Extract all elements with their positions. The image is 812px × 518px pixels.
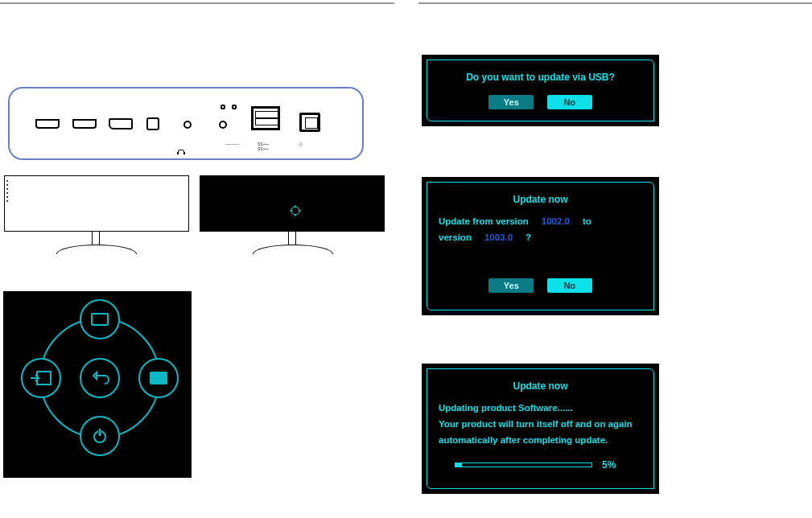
version-to: 1003.0: [484, 232, 513, 242]
headphone-icon: [176, 146, 186, 156]
progress-bar: [455, 462, 592, 467]
monitor-back-diagram: [200, 175, 385, 232]
monitor-side-indicators: ■■■■■■: [6, 179, 8, 203]
monitor-front-stand: [92, 232, 100, 245]
small-port-1-icon: [221, 105, 225, 109]
dialog-title: Update now: [439, 380, 642, 392]
source-input-icon: [31, 371, 52, 385]
no-button[interactable]: No: [547, 95, 592, 109]
monitor-front-diagram: [4, 175, 189, 232]
usb-update-prompt-dialog: Do you want to update via USB? Yes No: [422, 55, 659, 126]
svg-point-2: [291, 207, 299, 215]
jog-left-button: [21, 358, 61, 398]
jog-controller-diagram: [3, 291, 192, 478]
text-fragment: Update from version: [439, 216, 529, 226]
dialog-title: Update now: [439, 194, 642, 205]
jog-right-button: [138, 358, 179, 398]
hdmi-port-2-icon: [72, 119, 97, 129]
yes-button[interactable]: Yes: [488, 95, 534, 109]
pip-icon: [150, 372, 167, 384]
yes-button[interactable]: Yes: [488, 278, 534, 293]
return-icon: [90, 368, 109, 388]
jog-up-button: [80, 299, 120, 339]
progress-message-2: Your product will turn itself off and on…: [439, 416, 642, 448]
text-fragment: version: [439, 232, 472, 242]
jog-down-button: [80, 416, 120, 456]
progress-bar-fill: [455, 463, 462, 467]
text-fragment: to: [583, 216, 591, 226]
svg-rect-1: [183, 152, 185, 154]
monitor-back-stand: [288, 232, 296, 245]
power-icon: [91, 427, 109, 445]
monitor-front-base: [56, 245, 137, 254]
update-confirm-dialog: Update now Update from version 1002.0 to…: [422, 177, 659, 315]
progress-message-1: Updating product Software......: [439, 400, 642, 416]
menu-icon: [91, 313, 109, 326]
small-port-2-icon: [232, 105, 237, 109]
ethernet-port-icon: [299, 113, 320, 132]
text-fragment: ?: [526, 232, 531, 242]
column-divider-right: [418, 2, 812, 4]
no-button[interactable]: No: [547, 278, 592, 293]
device-rear-panel-diagram: ───── SS⟸SS⟸ ⟨⟩: [8, 87, 364, 160]
svg-rect-0: [177, 152, 179, 154]
update-progress-dialog: Update now Updating product Software....…: [422, 364, 659, 494]
jog-center-button: [80, 358, 120, 398]
jog-button-location-icon: [290, 205, 301, 216]
mini-dp-port-icon: [146, 117, 159, 130]
dialog-body: Update from version 1002.0 to version 10…: [439, 213, 642, 245]
displayport-icon: [109, 118, 133, 130]
progress-percent: 5%: [602, 459, 626, 471]
audio-jack-1-icon: [183, 121, 192, 129]
version-from: 1002.0: [542, 216, 570, 226]
usb-stack-port-icon: [251, 106, 280, 130]
column-divider-left: [0, 2, 394, 4]
dialog-message: Do you want to update via USB?: [439, 72, 642, 83]
monitor-back-base: [253, 245, 333, 254]
hdmi-port-1-icon: [35, 119, 60, 129]
audio-jack-2-icon: [219, 121, 227, 129]
